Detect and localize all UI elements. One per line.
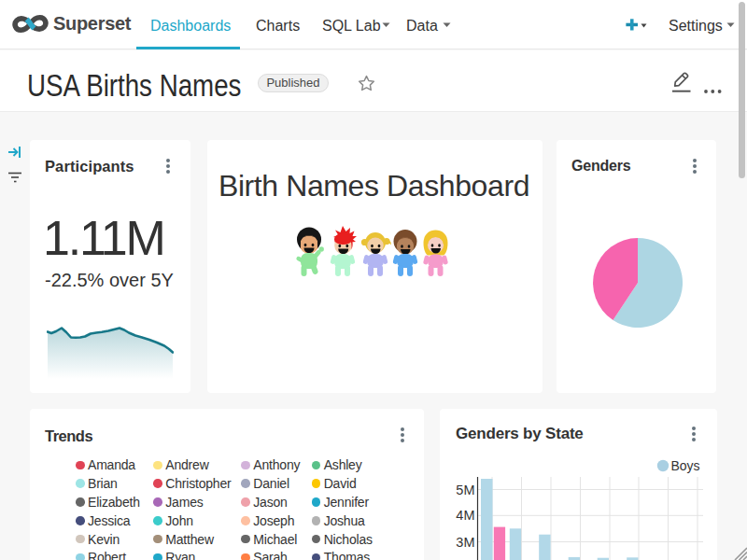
svg-text:5M: 5M [456,483,474,497]
svg-text:Boys: Boys [671,458,700,473]
svg-text:3M: 3M [456,535,474,550]
svg-text:4M: 4M [456,508,474,523]
